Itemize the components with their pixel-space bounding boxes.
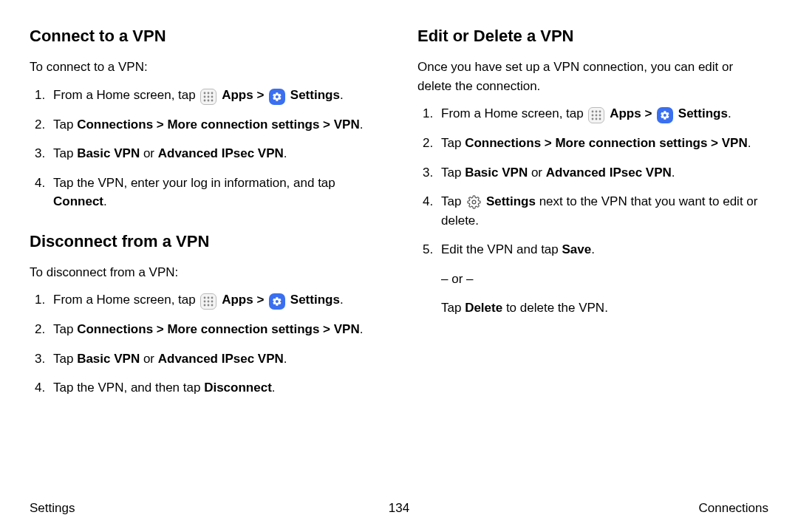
gear-icon: [466, 194, 482, 211]
steps-disconnect: From a Home screen, tap Apps > Settings.…: [30, 290, 381, 398]
alt-step: Tap Delete to delete the VPN.: [441, 299, 768, 318]
action-bold: Delete: [465, 301, 502, 315]
separator: >: [253, 293, 267, 307]
svg-point-14: [211, 301, 214, 303]
step-end: .: [340, 293, 344, 307]
settings-icon: [269, 89, 285, 105]
step-end: .: [272, 381, 276, 395]
intro-edit: Once you have set up a VPN connection, y…: [417, 58, 768, 95]
step-5: Edit the VPN and tap Save.: [437, 240, 768, 259]
svg-point-7: [208, 99, 210, 101]
apps-icon: [200, 89, 216, 105]
step-end: .: [728, 106, 732, 120]
step-end: .: [284, 352, 287, 366]
svg-point-9: [204, 297, 206, 299]
apps-label: Apps: [222, 293, 253, 307]
step-4: Tap Settings next to the VPN that you wa…: [437, 192, 768, 230]
svg-point-5: [211, 95, 214, 98]
step-end: .: [748, 136, 751, 150]
separator: >: [641, 106, 655, 120]
svg-point-12: [204, 301, 206, 303]
steps-connect: From a Home screen, tap Apps > Settings.…: [30, 86, 381, 211]
step-1: From a Home screen, tap Apps > Settings.: [437, 104, 768, 123]
option-bold: Advanced IPsec VPN: [158, 146, 284, 160]
option-bold: Basic VPN: [77, 352, 140, 366]
step-end: .: [103, 194, 107, 208]
svg-point-6: [204, 99, 206, 101]
step-2: Tap Connections > More connection settin…: [437, 134, 768, 153]
step-end: .: [360, 322, 364, 336]
step-1: From a Home screen, tap Apps > Settings.: [49, 86, 381, 105]
step-text: Tap the VPN, enter your log in informati…: [53, 176, 335, 190]
path-bold: Connections > More connection settings >…: [77, 117, 360, 132]
step-end: .: [360, 117, 364, 132]
step-text: Tap: [53, 322, 77, 336]
svg-point-4: [208, 95, 210, 98]
step-text: Tap the VPN, and then tap: [53, 381, 204, 395]
apps-icon: [588, 107, 604, 123]
step-3: Tap Basic VPN or Advanced IPsec VPN.: [437, 163, 768, 183]
svg-point-16: [208, 304, 210, 307]
action-bold: Connect: [53, 194, 103, 208]
step-text: From a Home screen, tap: [53, 293, 199, 307]
option-bold: Basic VPN: [77, 146, 140, 160]
step-text: From a Home screen, tap: [441, 106, 587, 120]
right-column: Edit or Delete a VPN Once you have set u…: [417, 27, 768, 485]
step-text: or: [140, 146, 158, 160]
step-text: Edit the VPN and tap: [441, 242, 562, 256]
alt-text: Tap: [441, 301, 465, 315]
footer-left: Settings: [30, 501, 75, 516]
path-bold: Connections > More connection settings >…: [465, 136, 748, 150]
apps-label: Apps: [222, 88, 253, 102]
svg-point-22: [596, 115, 598, 117]
intro-connect: To connect to a VPN:: [30, 58, 381, 77]
intro-disconnect: To disconnect from a VPN:: [30, 263, 381, 282]
svg-point-19: [596, 111, 598, 113]
settings-label: Settings: [486, 194, 536, 208]
svg-point-21: [592, 115, 594, 117]
or-separator: – or –: [441, 270, 768, 289]
step-text: From a Home screen, tap: [53, 88, 199, 102]
heading-edit-delete-vpn: Edit or Delete a VPN: [417, 27, 768, 46]
step-text: or: [528, 166, 546, 180]
svg-point-25: [596, 118, 598, 120]
footer-right: Connections: [698, 501, 768, 516]
step-text: Tap: [441, 194, 465, 208]
heading-disconnect-vpn: Disconnect from a VPN: [30, 232, 381, 251]
step-3: Tap Basic VPN or Advanced IPsec VPN.: [49, 144, 381, 163]
svg-point-3: [204, 95, 206, 98]
settings-label: Settings: [290, 293, 340, 307]
svg-point-27: [472, 200, 476, 204]
step-4: Tap the VPN, and then tap Disconnect.: [49, 378, 381, 398]
svg-point-10: [208, 297, 210, 299]
apps-label: Apps: [610, 106, 641, 120]
separator: >: [253, 88, 267, 102]
steps-edit: From a Home screen, tap Apps > Settings.…: [417, 104, 768, 259]
step-end: .: [672, 166, 675, 180]
svg-point-20: [599, 111, 601, 113]
svg-point-8: [211, 99, 214, 101]
svg-point-13: [208, 301, 210, 303]
left-column: Connect to a VPN To connect to a VPN: Fr…: [30, 27, 381, 485]
svg-point-15: [204, 304, 206, 307]
step-1: From a Home screen, tap Apps > Settings.: [49, 290, 381, 310]
step-text: Tap: [53, 117, 77, 132]
step-4: Tap the VPN, enter your log in informati…: [49, 174, 381, 211]
step-end: .: [284, 146, 287, 160]
step-text: Tap: [53, 146, 77, 160]
svg-point-26: [599, 118, 601, 120]
option-bold: Advanced IPsec VPN: [546, 166, 672, 180]
svg-point-24: [592, 118, 594, 120]
apps-icon: [200, 293, 216, 310]
settings-label: Settings: [290, 88, 340, 102]
step-text: or: [140, 352, 158, 366]
alt-end: to delete the VPN.: [502, 301, 608, 315]
option-bold: Basic VPN: [465, 166, 528, 180]
action-bold: Save: [562, 242, 592, 256]
settings-label: Settings: [678, 106, 728, 120]
heading-connect-vpn: Connect to a VPN: [30, 27, 381, 46]
svg-point-17: [211, 304, 214, 307]
path-bold: Connections > More connection settings >…: [77, 322, 360, 336]
step-3: Tap Basic VPN or Advanced IPsec VPN.: [49, 349, 381, 369]
option-bold: Advanced IPsec VPN: [158, 352, 284, 366]
